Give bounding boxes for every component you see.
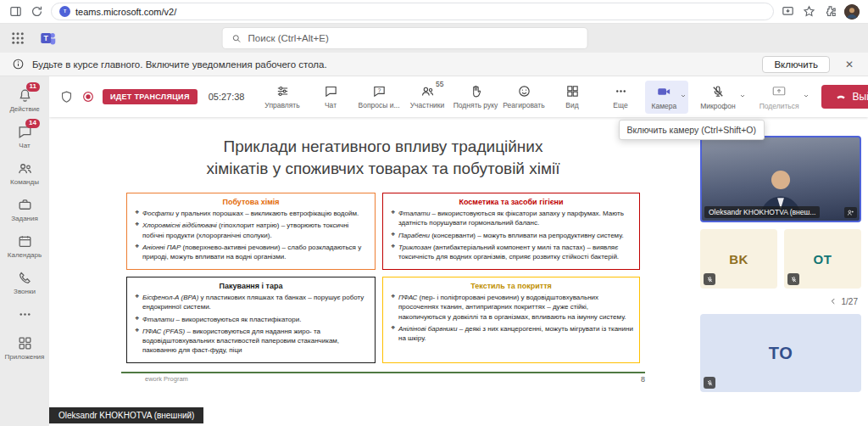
svg-text:T: T (44, 34, 49, 42)
chat-badge: 14 (25, 119, 40, 128)
participant-initials: BK (729, 252, 748, 266)
tile-pagination: 1/27 (700, 295, 861, 307)
participants-icon (420, 84, 435, 98)
box-cosmetics-hygiene: Косметика та засоби гігієни Фталати – ви… (382, 193, 640, 270)
participants-button[interactable]: 55 Участники (403, 81, 452, 113)
leave-label: Выйти (853, 91, 868, 103)
rail-item-activity[interactable]: 11 Действие (0, 81, 49, 118)
slide-title: Приклади негативного впливу традиційних … (78, 136, 688, 179)
bookmark-star-icon[interactable] (802, 4, 816, 19)
camera-chevron-icon[interactable] (680, 87, 687, 94)
pagination-prev-icon[interactable] (829, 297, 837, 305)
participant-tile-row: BK OT (700, 229, 861, 289)
rail-label: Команды (10, 178, 39, 186)
calendar-icon (17, 233, 33, 249)
mic-muted-icon (787, 273, 799, 285)
speaker-name-overlay: Oleksandr KHOKHOTVA (внеш... (704, 206, 820, 218)
chat-icon (324, 84, 338, 98)
install-app-icon[interactable] (781, 4, 795, 19)
slide-footer: ework Program 8 (121, 372, 645, 384)
more-button[interactable]: Еще (597, 81, 645, 113)
toolbar-buttons: Управлять Чат ? Вопросы и... 55 Участник… (259, 81, 645, 113)
extensions-puzzle-icon[interactable] (823, 4, 837, 19)
banner-close-icon[interactable]: ✕ (843, 58, 856, 71)
participants-label: Участники (410, 101, 445, 109)
search-placeholder: Поиск (Ctrl+Alt+E) (248, 33, 329, 43)
bullet: ПФАС (PFAS) – використовуються для надан… (135, 327, 369, 356)
teams-logo[interactable]: T (39, 29, 58, 48)
participant-tile-to[interactable]: TO (700, 314, 861, 392)
raise-hand-button[interactable]: Поднять руку (452, 81, 500, 113)
more-label: Еще (613, 101, 627, 109)
bullet: Фталати – використовуються як пластифіка… (135, 315, 369, 324)
manage-button[interactable]: Управлять (259, 81, 307, 113)
rail-label: Приложения (5, 353, 45, 361)
refresh-icon[interactable] (30, 4, 44, 19)
raise-hand-label: Поднять руку (453, 101, 498, 109)
rail-label: Чат (19, 142, 30, 149)
bullet: ПФАС (пер- і поліфторовані речовини) у в… (391, 293, 633, 322)
participant-tile-bk[interactable]: BK (700, 229, 777, 289)
rail-item-assignments[interactable]: Задания (0, 191, 49, 227)
tile-status-icon (844, 207, 857, 218)
rail-label: Действие (9, 105, 39, 113)
mic-button[interactable]: Микрофон (693, 81, 747, 114)
live-broadcast-badge: ИДЕТ ТРАНСЛЯЦИЯ (103, 89, 198, 104)
camera-button[interactable]: Камера (645, 81, 689, 114)
waffle-menu-icon[interactable] (10, 31, 25, 46)
manage-label: Управлять (264, 101, 299, 109)
rail-item-more[interactable] (0, 300, 49, 329)
mic-muted-icon (704, 273, 715, 285)
rail-item-chat[interactable]: 14 Чат (0, 118, 49, 154)
slide-footer-logo-text: ework Program (145, 375, 188, 383)
react-label: Реагировать (503, 101, 544, 109)
box-title: Побутова хімія (133, 198, 369, 206)
slide-page-number: 8 (641, 375, 645, 384)
box-title: Текстиль та покриття (389, 282, 633, 290)
share-label: Поделиться (760, 102, 799, 110)
participant-tile-ot[interactable]: OT (784, 229, 861, 289)
url-text: teams.microsoft.com/v2/ (75, 7, 176, 17)
rail-item-calls[interactable]: Звонки (0, 264, 49, 300)
rail-item-calendar[interactable]: Календарь (0, 227, 49, 264)
meeting-stage: Приклади негативного впливу традиційних … (49, 117, 868, 426)
hang-up-icon (835, 91, 847, 103)
side-panel-icon[interactable] (8, 4, 23, 19)
meeting-window: ИДЕТ ТРАНСЛЯЦИЯ 05:27:38 Управлять Чат ?… (49, 76, 868, 426)
address-bar[interactable]: T teams.microsoft.com/v2/ (51, 3, 774, 20)
search-input[interactable]: Поиск (Ctrl+Alt+E) (223, 28, 587, 48)
svg-text:?: ? (377, 87, 381, 93)
share-chevron-icon[interactable] (803, 87, 810, 94)
bullet: Парабени (консерванти) – можуть впливати… (391, 231, 633, 240)
banner-message: Будьте в курсе главного. Включите уведом… (32, 59, 327, 70)
rail-item-apps[interactable]: Приложения (0, 329, 49, 366)
bullet: Аніонні ПАР (поверхнево-активні речовини… (135, 243, 369, 261)
participant-initials: TO (769, 344, 793, 363)
video-panel: Oleksandr KHOKHOTVA (внеш... BK OT (700, 136, 861, 392)
meeting-timer: 05:27:38 (209, 92, 245, 102)
slide-title-line2: хімікатів у споживчих товарах та побутов… (78, 158, 688, 180)
view-button[interactable]: Вид (548, 81, 597, 113)
sliders-icon (275, 84, 290, 98)
rail-item-teams[interactable]: Команды (0, 154, 49, 191)
bullet: Фосфати у пральних порошках – викликають… (135, 209, 369, 218)
speaker-video-tile[interactable]: Oleksandr KHOKHOTVA (внеш... (700, 136, 861, 222)
teams-header: T Поиск (Ctrl+Alt+E) (0, 24, 868, 53)
recording-indicator-icon (81, 90, 95, 104)
react-button[interactable]: Реагировать (500, 81, 548, 113)
leave-button[interactable]: Выйти (821, 85, 868, 109)
slide-boxes: Побутова хімія Фосфати у пральних порошк… (126, 193, 640, 363)
qa-button[interactable]: ? Вопросы и... (355, 81, 403, 113)
enable-notifications-button[interactable]: Включить (762, 56, 830, 73)
search-icon (231, 33, 242, 44)
share-button[interactable]: Поделиться (753, 81, 811, 114)
mic-chevron-icon[interactable] (739, 87, 746, 94)
chat-label: Чат (325, 101, 337, 109)
camera-icon (656, 84, 671, 99)
chat-button[interactable]: Чат (307, 81, 355, 113)
browser-profile-avatar[interactable] (844, 4, 860, 20)
qa-label: Вопросы и... (358, 101, 399, 109)
notification-banner: Будьте в курсе главного. Включите уведом… (0, 53, 868, 76)
rail-label: Звонки (14, 288, 36, 295)
slide-title-line1: Приклади негативного впливу традиційних (78, 136, 688, 158)
